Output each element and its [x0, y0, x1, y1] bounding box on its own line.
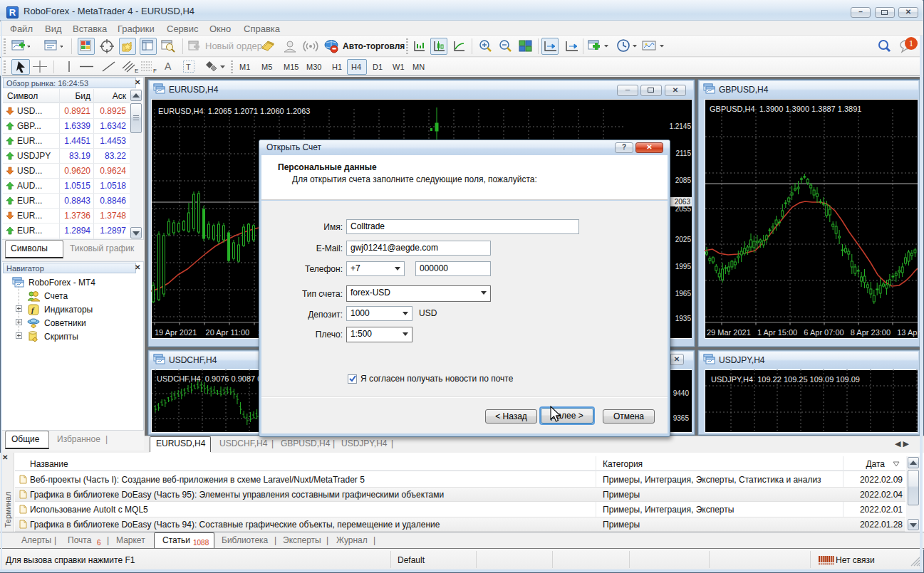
svg-text:T: T — [186, 63, 191, 71]
svg-text:F: F — [153, 68, 157, 73]
svg-text:E: E — [135, 68, 138, 73]
svg-text:1: 1 — [909, 38, 914, 48]
